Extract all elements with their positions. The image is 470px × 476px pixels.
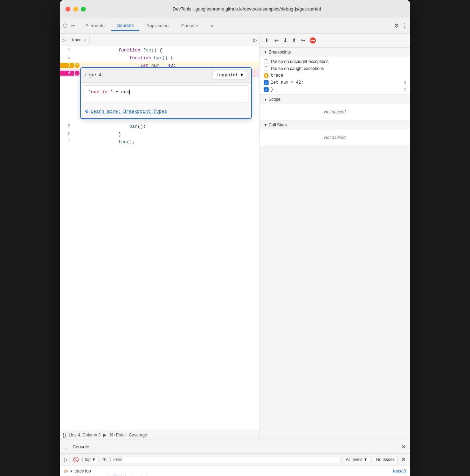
close-button[interactable] [65, 7, 70, 12]
run-icon[interactable]: ▶ [103, 433, 106, 438]
scope-not-paused: Not paused [260, 105, 410, 119]
pause-uncaught-row: Pause on uncaught exceptions [260, 58, 410, 65]
window-title: DevTools - googlechrome.github.io/devtoo… [89, 6, 405, 12]
tab-bar: ⬡ ▭ Elements Sources Application Console… [60, 18, 410, 34]
bp-let-num-label: let num = 42; [271, 80, 401, 85]
pause-caught-row: Pause on caught exceptions [260, 65, 410, 72]
breakpoint-close-brace: ✓ } 4 [260, 86, 410, 93]
minimize-button[interactable] [73, 7, 78, 12]
console-settings-icon[interactable]: ⚙ [400, 456, 407, 463]
bp-checkbox-icon-2[interactable]: ✓ [264, 87, 269, 92]
tab-console[interactable]: Console [176, 21, 204, 30]
title-bar: DevTools - googlechrome.github.io/devtoo… [60, 0, 410, 18]
tab-elements[interactable]: Elements [80, 21, 110, 30]
callstack-content: Not paused [260, 130, 410, 146]
top-dropdown-arrow: ▼ [92, 457, 96, 462]
callstack-title: Call Stack [269, 122, 288, 127]
step-button[interactable]: ↪ [300, 36, 306, 44]
breakpoints-header[interactable]: ▼ Breakpoints [260, 48, 410, 57]
console-output: ⊳ ▼ trace foo trace:3 eval @ VM69_breakp… [60, 465, 410, 476]
maximize-button[interactable] [81, 7, 86, 12]
callstack-header[interactable]: ▼ Call Stack [260, 120, 410, 130]
breakpoints-arrow: ▼ [264, 50, 267, 54]
pause-caught-label: Pause on caught exceptions [271, 66, 324, 71]
deactivate-button[interactable]: ⛔ [309, 36, 317, 44]
device-icon[interactable]: ▭ [70, 22, 76, 29]
top-dropdown[interactable]: top ▼ [82, 456, 98, 463]
breakpoints-title: Breakpoints [269, 50, 291, 55]
tab-application[interactable]: Application [141, 21, 174, 30]
bp-close-brace-line: 4 [403, 87, 406, 92]
learn-more-link[interactable]: Learn more: Breakpoint Types [91, 109, 167, 114]
console-no-entry-icon[interactable]: 🚫 [71, 456, 80, 463]
tab-sources[interactable]: Sources [111, 21, 139, 31]
more-icon[interactable]: ⋮ [402, 22, 407, 29]
breakpoints-content: Pause on uncaught exceptions Pause on ca… [260, 57, 410, 94]
trace-header: ⊳ ▼ trace foo trace:3 [64, 468, 406, 475]
scope-header[interactable]: ▼ Scope [260, 95, 410, 104]
logpoint-line-label: Line 4: [85, 72, 104, 78]
logpoint-input-text: 'num is ' + num [88, 89, 130, 94]
console-filter-input[interactable] [110, 456, 341, 463]
no-issues-button[interactable]: No Issues [373, 456, 398, 463]
code-area: 1 function foo() { 2 function bar() { [60, 46, 259, 430]
logpoint-header: Line 4: Logpoint ▼ [81, 68, 251, 83]
top-label: top [85, 457, 91, 462]
console-section: ⋮ Console ✕ ▷ 🚫 top ▼ 👁 All levels ▼ No … [60, 440, 410, 476]
bp-let-num-line: 3 [403, 80, 406, 85]
scope-title: Scope [269, 97, 281, 102]
pause-uncaught-checkbox[interactable] [264, 59, 268, 64]
console-dots-icon: ⋮ [64, 443, 70, 450]
curly-braces-icon: {} [63, 432, 66, 438]
logpoint-input-area[interactable]: 'num is ' + num [84, 85, 248, 103]
main-content: ▷ trace × ▷ 1 function foo() { [60, 34, 410, 440]
coverage-label[interactable]: Coverage [129, 433, 147, 438]
trace-link[interactable]: trace:3 [393, 469, 406, 474]
console-header: ⋮ Console ✕ [60, 440, 410, 454]
console-close-button[interactable]: ✕ [401, 443, 406, 450]
trace-expand-icon[interactable]: ⊳ [64, 468, 68, 474]
bp-close-brace-label: } [271, 87, 401, 92]
scope-content: Not paused [260, 104, 410, 120]
callstack-section: ▼ Call Stack Not paused [260, 120, 410, 146]
file-tab-name: trace [72, 37, 82, 42]
traffic-lights [65, 7, 86, 12]
file-tabs: ▷ trace × ▷ [60, 34, 259, 46]
file-tab-close[interactable]: × [84, 38, 86, 42]
bp-checkbox-icon-1[interactable]: ✓ [264, 80, 269, 85]
cursor-position: Line 4, Column 3 [69, 433, 101, 438]
scope-arrow: ▼ [264, 98, 267, 102]
right-panel: ⏸ ↩ ⬇ ⬆ ↪ ⛔ ▼ Breakpoints Pause on uncau… [260, 34, 410, 440]
pause-button[interactable]: ⏸ [264, 37, 271, 44]
all-levels-dropdown[interactable]: All levels ▼ [343, 456, 371, 463]
learn-more-icon: ⊕ [85, 108, 89, 115]
all-levels-arrow: ▼ [364, 457, 368, 462]
breakpoint-dot-4[interactable]: • [75, 71, 80, 76]
console-trace-group: ⊳ ▼ trace foo trace:3 eval @ VM69_breakp… [60, 467, 410, 476]
breakpoint-trace: trace [260, 72, 410, 79]
file-tab-trace[interactable]: trace × [69, 36, 90, 44]
panel-toggle-icon[interactable]: ▷ [62, 37, 66, 43]
console-eye-icon[interactable]: 👁 [101, 456, 108, 463]
tab-more[interactable]: » [205, 21, 219, 30]
cursor-icon[interactable]: ⬡ [63, 22, 68, 29]
console-title: Console [72, 444, 401, 449]
console-toolbar: ▷ 🚫 top ▼ 👁 All levels ▼ No Issues ⚙ [60, 454, 410, 465]
code-lines: 1 function foo() { 2 function bar() { [60, 46, 259, 146]
breakpoint-let-num: ✓ let num = 42; 3 [260, 79, 410, 86]
logpoint-dialog: Line 4: Logpoint ▼ 'num is ' + num [80, 67, 252, 119]
left-panel: ▷ trace × ▷ 1 function foo() { [60, 34, 260, 440]
step-out-button[interactable]: ⬆ [291, 36, 297, 44]
devtools-window: DevTools - googlechrome.github.io/devtoo… [60, 0, 410, 476]
file-tab-right-icon[interactable]: ▷ [253, 37, 257, 43]
debugger-controls: ⏸ ↩ ⬇ ⬆ ↪ ⛔ [260, 34, 410, 48]
breakpoint-question-3[interactable]: ? [75, 63, 80, 68]
step-over-button[interactable]: ↩ [274, 36, 279, 44]
callstack-not-paused: Not paused [260, 131, 410, 144]
console-panel-toggle[interactable]: ▷ [63, 456, 69, 463]
logpoint-learn-more: ⊕ Learn more: Breakpoint Types [81, 106, 251, 118]
logpoint-type-dropdown[interactable]: Logpoint ▼ [213, 71, 247, 79]
pause-caught-checkbox[interactable] [264, 66, 268, 71]
settings-icon[interactable]: ⚙ [394, 22, 399, 29]
step-into-button[interactable]: ⬇ [282, 36, 288, 44]
